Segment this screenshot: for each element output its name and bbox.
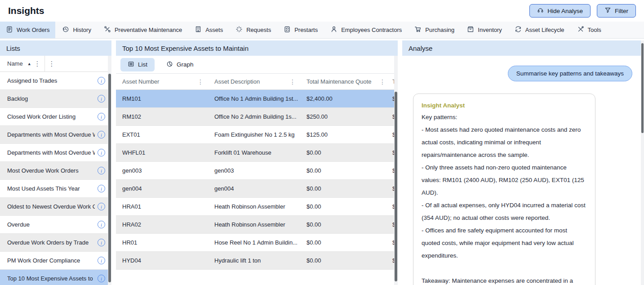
table-row[interactable]: WHFL01Forklift 01 Warehouse$0.00$ <box>116 144 394 162</box>
checklist-icon <box>284 26 291 34</box>
info-icon[interactable] <box>98 203 105 210</box>
table-row[interactable]: gen004gen004$0.00$ <box>116 180 394 198</box>
tab-preventative-maintenance[interactable]: Preventative Maintenance <box>98 22 188 38</box>
info-icon[interactable] <box>98 95 105 102</box>
tab-label: Requests <box>246 27 271 33</box>
view-tab-label: List <box>138 61 147 68</box>
hide-analyse-button[interactable]: Hide Analyse <box>529 4 591 18</box>
main-area: Lists Name ▲ ⋮ ⋮ Assigned to Trades Back… <box>0 39 644 285</box>
column-menu-icon[interactable]: ⋮ <box>31 60 44 68</box>
tab-tools[interactable]: Tools <box>571 22 607 38</box>
cart-icon <box>414 26 422 34</box>
analyse-chat: Summarise key patterns and takeaways Ins… <box>402 56 644 285</box>
headset-icon <box>537 7 544 15</box>
column-header-asset-number[interactable]: Asset Number⋮ <box>116 74 208 89</box>
analyse-panel: Analyse Summarise key patterns and takea… <box>402 40 644 285</box>
table-row[interactable]: HRA02Heath Robinson Assembler$0.00$ <box>116 216 394 234</box>
view-tab-label: Graph <box>177 61 194 68</box>
column-menu-icon[interactable]: ⋮ <box>195 78 206 85</box>
table-row[interactable]: EXT01Foam Extinguisher No 1 2.5 kg$125.0… <box>116 126 394 144</box>
cell-clipped: $ <box>390 180 394 197</box>
column-header-asset-description[interactable]: Asset Description⋮ <box>208 74 300 89</box>
list-item[interactable]: Departments with Most Overdue W <box>0 144 108 162</box>
cell-total-maintenance-quote: $0.00 <box>300 216 390 233</box>
lists-panel-title: Lists <box>0 40 111 56</box>
cell-asset-description: Hydraulic lift 1 ton <box>208 252 300 269</box>
table-row[interactable]: HR01Hose Reel No 1 Admin Buildin...$0.00… <box>116 234 394 252</box>
user-prompt-bubble: Summarise key patterns and takeaways <box>508 66 632 81</box>
list-item-selected[interactable]: Top 10 Most Expensive Assets to M <box>0 270 108 285</box>
tab-work-orders[interactable]: Work Orders <box>0 22 55 38</box>
tab-label: Tools <box>588 27 601 33</box>
list-item[interactable]: PM Work Order Compliance <box>0 252 108 270</box>
cell-total-maintenance-quote: $250.00 <box>300 108 390 125</box>
cell-clipped: $ <box>390 108 394 125</box>
info-icon[interactable] <box>98 113 105 120</box>
list-item[interactable]: Departments with Most Overdue W <box>0 126 108 144</box>
module-tab-bar: Work Orders History Preventative Mainten… <box>0 22 644 39</box>
info-icon[interactable] <box>98 167 105 174</box>
scrollbar-thumb[interactable] <box>641 43 644 133</box>
info-icon[interactable] <box>98 221 105 228</box>
tab-asset-lifecycle[interactable]: Asset Lifecycle <box>509 22 570 38</box>
building-icon <box>195 26 202 34</box>
tab-purchasing[interactable]: Purchasing <box>409 22 460 38</box>
list-item[interactable]: Backlog <box>0 90 108 108</box>
tab-assets[interactable]: Assets <box>189 22 229 38</box>
cell-asset-number: HYD04 <box>116 252 208 269</box>
cell-asset-number: WHFL01 <box>116 144 208 161</box>
table-row[interactable]: HRA01Heath Robinson Assembler$0.00$ <box>116 198 394 216</box>
table-row[interactable]: RM102Office No 2 Admin Building 1s...$25… <box>116 108 394 126</box>
tools-icon <box>577 26 584 34</box>
column-header-total-maintenance-quote[interactable]: Total Maintenance Quote⋮ <box>300 74 390 89</box>
info-icon[interactable] <box>98 131 105 138</box>
cell-clipped: $ <box>390 90 394 107</box>
lists-scrollbar[interactable] <box>108 56 111 285</box>
list-item[interactable]: Overdue <box>0 216 108 234</box>
tab-label: Assets <box>205 27 223 33</box>
sort-ascending-icon[interactable]: ▲ <box>27 62 31 66</box>
info-icon[interactable] <box>98 239 105 246</box>
info-icon[interactable] <box>98 149 105 156</box>
info-icon[interactable] <box>98 257 105 264</box>
insight-paragraph: Key patterns: <box>422 111 587 124</box>
table-body: RM101Office No 1 Admin Building 1st...$2… <box>116 90 394 270</box>
list-item[interactable]: Most Used Assets This Year <box>0 180 108 198</box>
info-icon[interactable] <box>98 77 105 85</box>
tab-inventory[interactable]: Inventory <box>461 22 507 38</box>
list-options-menu-icon[interactable]: ⋮ <box>46 60 58 68</box>
scrollbar-thumb[interactable] <box>108 74 111 282</box>
cell-asset-description: gen004 <box>208 180 300 197</box>
tab-employees-contractors[interactable]: Employees Contractors <box>324 22 408 38</box>
tab-prestarts[interactable]: Prestarts <box>278 22 324 38</box>
insight-paragraph: - Only three assets had non-zero quoted … <box>422 161 587 199</box>
table-scrollbar[interactable] <box>394 56 398 285</box>
table-row[interactable]: RM101Office No 1 Admin Building 1st...$2… <box>116 90 394 108</box>
table-row[interactable]: HYD04Hydraulic lift 1 ton$0.00$ <box>116 252 394 270</box>
scrollbar-thumb[interactable] <box>395 92 397 281</box>
cell-clipped: $ <box>390 234 394 251</box>
filter-button[interactable]: Filter <box>597 4 636 18</box>
table-panel-title: Top 10 Most Expensive Assets to Maintain <box>116 40 398 56</box>
info-icon[interactable] <box>98 275 105 282</box>
cell-total-maintenance-quote: $0.00 <box>300 144 390 161</box>
tab-history[interactable]: History <box>56 22 97 38</box>
list-item[interactable]: Assigned to Trades <box>0 72 108 90</box>
tab-requests[interactable]: Requests <box>230 22 277 38</box>
info-icon[interactable] <box>98 185 105 192</box>
column-menu-icon[interactable]: ⋮ <box>287 78 298 85</box>
list-item-label: Departments with Most Overdue W <box>7 131 95 138</box>
column-menu-icon[interactable]: ⋮ <box>377 78 388 85</box>
column-header-clipped[interactable]: T <box>390 74 394 89</box>
view-tab-list[interactable]: List <box>120 58 155 71</box>
cell-asset-description: Heath Robinson Assembler <box>208 216 300 233</box>
list-item[interactable]: Most Overdue Work Orders <box>0 162 108 180</box>
cell-total-maintenance-quote: $0.00 <box>300 252 390 269</box>
table-row[interactable]: gen003gen003$0.00$ <box>116 162 394 180</box>
analyse-scrollbar[interactable] <box>641 40 644 285</box>
list-item[interactable]: Oldest to Newest Overdue Work Or <box>0 198 108 216</box>
list-item[interactable]: Closed Work Order Listing <box>0 108 108 126</box>
view-tab-graph[interactable]: Graph <box>159 58 201 71</box>
tab-label: Purchasing <box>425 27 454 33</box>
list-item[interactable]: Overdue Work Orders by Trade <box>0 234 108 252</box>
